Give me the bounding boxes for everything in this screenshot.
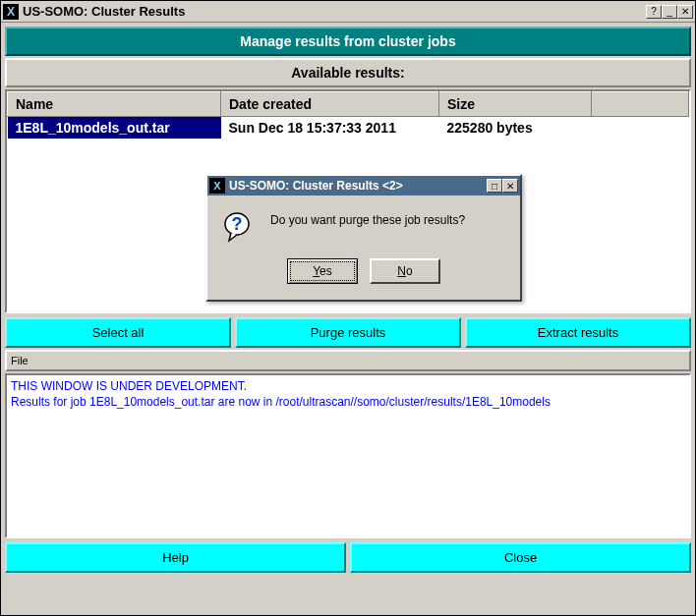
minimize-button[interactable]: _: [662, 5, 677, 19]
app-icon: X: [3, 4, 19, 20]
help-button[interactable]: Help: [5, 542, 346, 573]
dialog-window-controls: □ ✕: [487, 179, 518, 193]
file-menu[interactable]: File: [11, 355, 29, 366]
results-table: Name Date created Size 1E8L_10models_out…: [7, 91, 689, 139]
log-area: THIS WINDOW IS UNDER DEVELOPMENT. Result…: [5, 373, 691, 538]
col-name[interactable]: Name: [8, 92, 221, 117]
bottom-row: Help Close: [5, 542, 691, 573]
dialog-message: Do you want purge these job results?: [270, 211, 465, 227]
dialog-app-icon: X: [209, 178, 225, 194]
main-window: X US-SOMO: Cluster Results ? _ ✕ Manage …: [0, 0, 696, 616]
select-all-button[interactable]: Select all: [5, 317, 231, 348]
dialog-buttons: Yes No: [207, 258, 520, 300]
cell-date[interactable]: Sun Dec 18 15:37:33 2011: [221, 117, 439, 140]
col-spacer: [592, 92, 689, 117]
help-window-button[interactable]: ?: [646, 5, 662, 19]
dialog-maximize-button[interactable]: □: [487, 179, 502, 193]
yes-button[interactable]: Yes: [287, 258, 358, 284]
content-area: Manage results from cluster jobs Availab…: [1, 23, 695, 615]
dialog-close-button[interactable]: ✕: [502, 179, 518, 193]
log-line: Results for job 1E8L_10models_out.tar ar…: [11, 395, 685, 411]
manage-header: Manage results from cluster jobs: [5, 27, 691, 56]
window-controls: ? _ ✕: [646, 5, 693, 19]
log-line: THIS WINDOW IS UNDER DEVELOPMENT.: [11, 379, 685, 395]
cell-size[interactable]: 225280 bytes: [439, 117, 592, 140]
dialog-titlebar: X US-SOMO: Cluster Results <2> □ ✕: [207, 176, 520, 196]
action-row: Select all Purge results Extract results: [5, 317, 691, 348]
question-icon: ?: [223, 211, 255, 243]
close-window-button[interactable]: ✕: [677, 5, 693, 19]
no-button[interactable]: No: [370, 258, 440, 284]
titlebar: X US-SOMO: Cluster Results ? _ ✕: [1, 1, 695, 23]
col-date[interactable]: Date created: [221, 92, 439, 117]
dialog-body: ? Do you want purge these job results?: [207, 196, 520, 258]
table-row[interactable]: 1E8L_10models_out.tar Sun Dec 18 15:37:3…: [8, 117, 689, 140]
window-title: US-SOMO: Cluster Results: [23, 4, 646, 19]
available-header: Available results:: [5, 58, 691, 87]
close-button[interactable]: Close: [350, 542, 691, 573]
cell-name[interactable]: 1E8L_10models_out.tar: [8, 117, 221, 140]
purge-results-button[interactable]: Purge results: [235, 317, 461, 348]
col-size[interactable]: Size: [439, 92, 592, 117]
confirm-dialog: X US-SOMO: Cluster Results <2> □ ✕ ? Do …: [205, 174, 522, 302]
svg-text:?: ?: [232, 214, 243, 234]
dialog-title: US-SOMO: Cluster Results <2>: [229, 179, 487, 193]
cell-spacer: [592, 117, 689, 140]
menubar: File: [5, 350, 691, 371]
extract-results-button[interactable]: Extract results: [465, 317, 691, 348]
